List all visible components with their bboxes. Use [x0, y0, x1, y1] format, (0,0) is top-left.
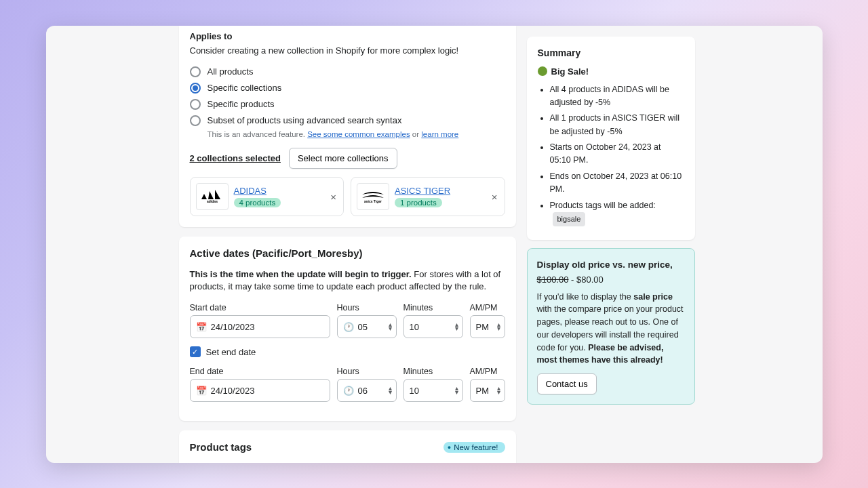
start-date-input[interactable]: 📅 24/10/2023: [190, 315, 330, 338]
promo-text1: If you'd like to display the: [537, 292, 634, 302]
collection-chip-asics: asics Tiger ASICS TIGER 1 products ×: [351, 177, 505, 216]
date-value: 24/10/2023: [211, 386, 255, 396]
field-label: End date: [190, 367, 330, 376]
end-date-input[interactable]: 📅 24/10/2023: [190, 379, 330, 402]
status-dot-icon: [538, 66, 547, 76]
field-label: Hours: [337, 303, 397, 312]
adidas-logo: adidas: [196, 183, 229, 210]
field-label: Minutes: [403, 303, 463, 312]
end-hours-input[interactable]: 🕐 06 ▴▾: [337, 379, 397, 402]
summary-item: All 1 products in ASICS TIGER will be ad…: [550, 112, 684, 138]
minutes-value: 10: [410, 386, 419, 396]
advanced-hint: This is an advanced feature. See some co…: [208, 130, 505, 138]
field-label: Start date: [190, 303, 330, 312]
field-label: Minutes: [403, 367, 463, 376]
field-label: AM/PM: [470, 367, 505, 376]
start-hours-input[interactable]: 🕐 05 ▴▾: [337, 315, 397, 338]
tags-text: You can use this to create dynamic colle…: [190, 461, 504, 462]
end-date-row: End date 📅 24/10/2023 Hours 🕐 06 ▴▾: [190, 367, 505, 402]
tags-header: Product tags New feature!: [190, 441, 505, 453]
spinner-icon[interactable]: ▴▾: [455, 323, 458, 331]
checkbox-icon: ✓: [190, 346, 201, 357]
radio-all-products[interactable]: All products: [190, 64, 505, 80]
radio-label: All products: [208, 66, 254, 77]
dates-note-bold: This is the time when the update will be…: [190, 269, 412, 279]
end-minutes-input[interactable]: 10 ▴▾: [403, 379, 463, 402]
radio-icon: [190, 99, 201, 110]
spinner-icon[interactable]: ▴▾: [455, 386, 458, 394]
field-label: AM/PM: [470, 303, 505, 312]
remove-chip-icon[interactable]: ×: [330, 190, 336, 202]
chip-info: ASICS TIGER 1 products: [395, 186, 450, 207]
start-minutes-input[interactable]: 10 ▴▾: [403, 315, 463, 338]
ampm-value: PM: [476, 386, 490, 396]
spinner-icon[interactable]: ▴▾: [497, 386, 500, 394]
new-feature-badge: New feature!: [443, 442, 505, 453]
summary-list: All 4 products in ADIDAS will be adjuste…: [538, 83, 684, 226]
price-promo-card: Display old price vs. new price, $100.00…: [527, 248, 695, 405]
end-ampm-input[interactable]: PM ▴▾: [470, 379, 505, 402]
start-hours-field: Hours 🕐 05 ▴▾: [337, 303, 397, 338]
clock-icon: 🕐: [343, 386, 354, 396]
radio-advanced-search[interactable]: Subset of products using advanced search…: [190, 113, 505, 129]
calendar-icon: 📅: [196, 322, 207, 332]
asics-link[interactable]: ASICS TIGER: [395, 186, 450, 196]
collections-selected-link[interactable]: 2 collections selected: [190, 153, 281, 163]
applies-hint: Consider creating a new collection in Sh…: [190, 45, 505, 56]
checkbox-label: Set end date: [206, 347, 256, 357]
main-column: Applies to Consider creating a new colle…: [179, 26, 516, 463]
asics-logo: asics Tiger: [357, 183, 389, 210]
new-price: $80.00: [576, 274, 604, 285]
applies-title: Applies to: [190, 31, 505, 41]
spinner-icon[interactable]: ▴▾: [497, 323, 500, 331]
applies-to-card: Applies to Consider creating a new colle…: [179, 26, 516, 227]
adidas-link[interactable]: ADIDAS: [234, 186, 281, 196]
summary-card: Summary Big Sale! All 4 products in ADID…: [527, 37, 695, 240]
radio-label: Subset of products using advanced search…: [208, 115, 402, 125]
summary-item: Ends on October 24, 2023 at 06:10 PM.: [550, 170, 684, 197]
spinner-icon[interactable]: ▴▾: [389, 386, 392, 394]
start-date-field: Start date 📅 24/10/2023: [190, 303, 330, 338]
start-ampm-field: AM/PM PM ▴▾: [470, 303, 505, 338]
ampm-value: PM: [476, 322, 490, 332]
radio-specific-products[interactable]: Specific products: [190, 96, 505, 113]
price-line: $100.00 - $80.00: [537, 273, 685, 287]
calendar-icon: 📅: [196, 386, 207, 396]
promo-bold1: sale price: [633, 292, 673, 302]
product-count-badge: 4 products: [234, 198, 281, 207]
summary-item: All 4 products in ADIDAS will be adjuste…: [550, 83, 684, 110]
remove-chip-icon[interactable]: ×: [492, 190, 498, 202]
svg-text:asics Tiger: asics Tiger: [364, 199, 382, 203]
price-sep: -: [569, 274, 577, 285]
learn-more-link[interactable]: learn more: [421, 130, 458, 138]
summary-title: Summary: [538, 47, 684, 58]
tag-chip: bigsale: [553, 212, 586, 226]
status-label: Big Sale!: [551, 66, 589, 77]
hours-value: 06: [358, 386, 368, 396]
selected-collections-row: 2 collections selected Select more colle…: [190, 148, 505, 169]
start-ampm-input[interactable]: PM ▴▾: [470, 315, 505, 338]
chip-info: ADIDAS 4 products: [234, 186, 281, 207]
spinner-icon[interactable]: ▴▾: [389, 323, 392, 331]
tags-label: Products tags will be added:: [550, 201, 656, 210]
collection-chip-adidas: adidas ADIDAS 4 products ×: [190, 177, 344, 216]
collection-chips: adidas ADIDAS 4 products × asics Tiger: [190, 177, 505, 216]
set-end-date-checkbox[interactable]: ✓ Set end date: [190, 346, 505, 357]
examples-link[interactable]: See some common examples: [307, 130, 410, 138]
tags-title: Product tags: [190, 441, 252, 453]
svg-text:adidas: adidas: [207, 199, 218, 203]
radio-label: Specific products: [208, 99, 275, 109]
active-dates-card: Active dates (Pacific/Port_Moresby) This…: [179, 237, 516, 422]
date-value: 24/10/2023: [211, 322, 255, 332]
summary-item-tags: Products tags will be added: bigsale: [550, 199, 684, 226]
end-hours-field: Hours 🕐 06 ▴▾: [337, 367, 397, 402]
select-more-button[interactable]: Select more collections: [289, 148, 397, 169]
radio-label: Specific collections: [208, 83, 282, 93]
radio-specific-collections[interactable]: Specific collections: [190, 80, 505, 96]
side-column: Summary Big Sale! All 4 products in ADID…: [527, 26, 695, 463]
start-minutes-field: Minutes 10 ▴▾: [403, 303, 463, 338]
advanced-hint-text: This is an advanced feature.: [208, 130, 305, 138]
product-tags-card: Product tags New feature! You can use th…: [179, 430, 516, 462]
contact-us-button[interactable]: Contact us: [537, 373, 597, 394]
product-count-badge: 1 products: [395, 198, 442, 207]
